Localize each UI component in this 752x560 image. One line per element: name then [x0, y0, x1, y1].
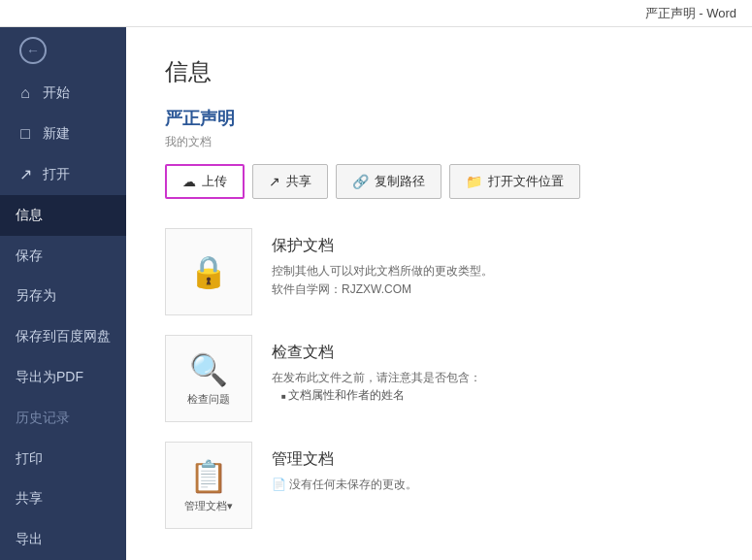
- sidebar-label-new: 新建: [43, 125, 70, 143]
- folder-icon: 📁: [466, 174, 482, 189]
- doc-title: 严正声明: [165, 107, 713, 130]
- open-location-label: 打开文件位置: [488, 173, 564, 190]
- sidebar-label-info: 信息: [16, 207, 43, 224]
- sidebar-label-history: 历史记录: [16, 410, 70, 427]
- sidebar-item-export[interactable]: 导出: [0, 519, 126, 560]
- manage-label: 管理文档▾: [184, 499, 233, 513]
- lock-icon: 🔒: [189, 253, 228, 290]
- copy-path-button[interactable]: 🔗 复制路径: [336, 164, 441, 199]
- inspect-icon-box: 🔍 检查问题: [165, 335, 252, 422]
- inspect-icon: 🔍: [189, 351, 228, 388]
- sidebar-label-print: 打印: [16, 450, 43, 468]
- inspect-section: 🔍 检查问题 检查文档 在发布此文件之前，请注意其是否包含： 文档属性和作者的姓…: [165, 335, 713, 422]
- inspect-desc1: 在发布此文件之前，请注意其是否包含：: [272, 369, 713, 387]
- protect-desc1: 控制其他人可以对此文档所做的更改类型。: [272, 262, 713, 280]
- open-location-button[interactable]: 📁 打开文件位置: [449, 164, 580, 199]
- sidebar-item-start[interactable]: ⌂ 开始: [0, 73, 126, 114]
- manage-desc-icon: 📄: [272, 478, 289, 491]
- share-label: 共享: [286, 173, 311, 190]
- sidebar-item-export-pdf[interactable]: 导出为PDF: [0, 357, 126, 398]
- copy-path-label: 复制路径: [375, 173, 425, 190]
- upload-button[interactable]: ☁ 上传: [165, 164, 245, 199]
- sidebar-label-start: 开始: [43, 84, 70, 102]
- sidebar-label-open: 打开: [43, 166, 70, 183]
- sidebar-item-history: 历史记录: [0, 398, 126, 439]
- manage-icon-box: 📋 管理文档▾: [165, 442, 252, 529]
- manage-heading: 管理文档: [272, 449, 713, 470]
- inspect-bullets: 文档属性和作者的姓名: [272, 387, 713, 404]
- main-layout: ← ⌂ 开始 □ 新建 ↗ 打开 信息 保存 另存为 保存到百度网盘 导出为PD…: [0, 27, 752, 560]
- protect-content: 保护文档 控制其他人可以对此文档所做的更改类型。 软件自学网：RJZXW.COM: [272, 228, 713, 299]
- share-button[interactable]: ↗ 共享: [252, 164, 328, 199]
- back-button[interactable]: ←: [0, 27, 126, 73]
- sidebar-label-export: 导出: [16, 531, 43, 548]
- open-icon: ↗: [16, 165, 35, 183]
- protect-desc2: 软件自学网：RJZXW.COM: [272, 280, 713, 299]
- sidebar-label-export-pdf: 导出为PDF: [16, 369, 83, 386]
- title-bar: 严正声明 - Word: [0, 0, 752, 27]
- sidebar-item-info[interactable]: 信息: [0, 195, 126, 236]
- protect-heading: 保护文档: [272, 236, 713, 256]
- sidebar-label-save-as: 另存为: [16, 287, 56, 305]
- back-icon: ←: [19, 37, 47, 64]
- manage-desc-text: 没有任何未保存的更改。: [289, 478, 417, 491]
- sidebar-item-new[interactable]: □ 新建: [0, 114, 126, 154]
- upload-label: 上传: [202, 173, 227, 190]
- manage-content: 管理文档 📄 没有任何未保存的更改。: [272, 442, 713, 494]
- manage-icon: 📋: [189, 458, 228, 495]
- page-title: 信息: [165, 56, 713, 87]
- protect-section: 🔒 保护文档 控制其他人可以对此文档所做的更改类型。 软件自学网：RJZXW.C…: [165, 228, 713, 315]
- action-buttons-row: ☁ 上传 ↗ 共享 🔗 复制路径 📁 打开文件位置: [165, 164, 713, 199]
- sidebar-item-save-baidu[interactable]: 保存到百度网盘: [0, 316, 126, 357]
- sidebar-item-save[interactable]: 保存: [0, 236, 126, 277]
- content-area: 信息 严正声明 我的文档 ☁ 上传 ↗ 共享 🔗 复制路径 📁 打开文件位置: [126, 27, 752, 560]
- link-icon: 🔗: [352, 174, 369, 189]
- share-icon: ↗: [269, 174, 280, 189]
- sidebar-item-share[interactable]: 共享: [0, 478, 126, 519]
- sidebar-label-save: 保存: [16, 247, 43, 265]
- sidebar-label-save-baidu: 保存到百度网盘: [16, 328, 111, 346]
- inspect-label: 检查问题: [187, 392, 230, 407]
- cloud-icon: ☁: [182, 174, 196, 189]
- doc-subtitle: 我的文档: [165, 134, 713, 150]
- protect-icon-box: 🔒: [165, 228, 252, 315]
- sidebar-item-open[interactable]: ↗ 打开: [0, 154, 126, 195]
- sidebar-item-save-as[interactable]: 另存为: [0, 276, 126, 316]
- inspect-bullet-1: 文档属性和作者的姓名: [281, 387, 713, 404]
- inspect-heading: 检查文档: [272, 343, 713, 363]
- inspect-content: 检查文档 在发布此文件之前，请注意其是否包含： 文档属性和作者的姓名: [272, 335, 713, 404]
- manage-desc1: 📄 没有任何未保存的更改。: [272, 476, 713, 494]
- new-icon: □: [16, 125, 35, 143]
- manage-section: 📋 管理文档▾ 管理文档 📄 没有任何未保存的更改。: [165, 442, 713, 529]
- sidebar: ← ⌂ 开始 □ 新建 ↗ 打开 信息 保存 另存为 保存到百度网盘 导出为PD…: [0, 27, 126, 560]
- title-text: 严正声明 - Word: [645, 5, 736, 22]
- home-icon: ⌂: [16, 84, 35, 102]
- sidebar-label-share: 共享: [16, 490, 43, 508]
- sidebar-item-print[interactable]: 打印: [0, 439, 126, 479]
